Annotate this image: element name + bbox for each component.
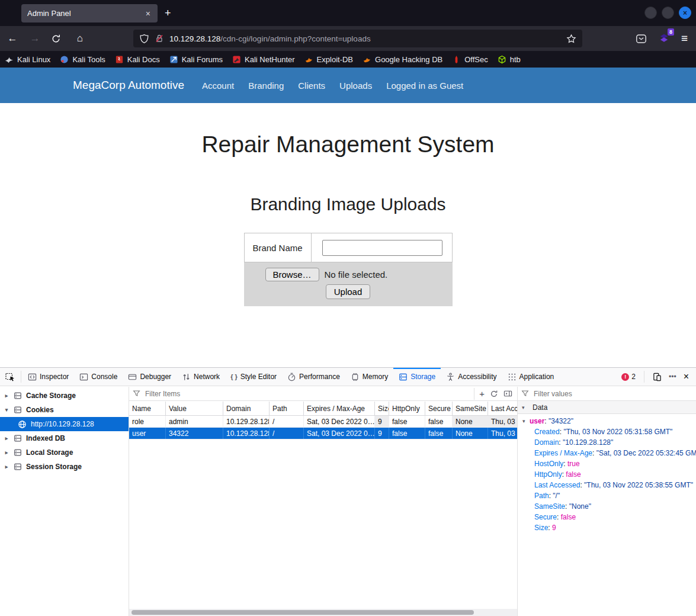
page-title: Repair Management System	[0, 131, 696, 158]
sidebar-item-local-storage[interactable]: ▸ Local Storage	[0, 445, 129, 460]
devtools-tab-storage[interactable]: Storage	[393, 368, 441, 386]
devtools-tab-network[interactable]: Network	[177, 368, 225, 386]
bookmark-kali-docs[interactable]: Kali Docs	[115, 55, 160, 64]
google-hacking-db-icon	[363, 55, 371, 64]
tree-prop-expires[interactable]: Expires / Max-Age: "Sat, 03 Dec 2022 05:…	[518, 448, 696, 458]
tree-prop-httponly[interactable]: HttpOnly: false	[518, 469, 696, 480]
sidebar-item-cookie-host[interactable]: http://10.129.28.128	[0, 417, 129, 431]
column-header-size[interactable]: Size	[375, 402, 389, 415]
nav-link-clients[interactable]: Clients	[298, 81, 325, 91]
cookie-filter-input[interactable]	[144, 389, 469, 399]
error-badge[interactable]: ! 2	[621, 373, 636, 381]
devtools-tab-performance[interactable]: Performance	[282, 368, 345, 386]
bookmark-kali-tools[interactable]: Kali Tools	[60, 55, 105, 64]
pocket-icon[interactable]	[636, 33, 647, 44]
tree-prop-size[interactable]: Size: 9	[518, 522, 696, 533]
tree-prop-hostonly[interactable]: HostOnly: true	[518, 458, 696, 469]
bookmark-star-icon[interactable]	[566, 34, 576, 44]
browser-tab[interactable]: Admin Panel ×	[21, 4, 158, 23]
new-tab-button[interactable]: +	[165, 5, 171, 21]
tree-prop-created[interactable]: Created: "Thu, 03 Nov 2022 05:31:58 GMT"	[518, 426, 696, 437]
exploit-db-icon	[304, 55, 313, 64]
url-bar[interactable]: 10.129.28.128/cdn-cgi/login/admin.php?co…	[133, 30, 582, 47]
nav-link-account[interactable]: Account	[202, 81, 234, 91]
window-close-button[interactable]: ×	[679, 7, 691, 19]
chevron-down-icon[interactable]: ▾	[522, 418, 530, 424]
scrollbar-thumb[interactable]	[131, 610, 474, 615]
bookmark-kali-nethunter[interactable]: Kali NetHunter	[232, 55, 295, 64]
devtools-tab-console[interactable]: Console	[74, 368, 123, 386]
bookmark-kali-forums[interactable]: Kali Forums	[169, 55, 223, 64]
devtools-tab-style-editor[interactable]: { } Style Editor	[225, 368, 282, 386]
sidebar-item-session-storage[interactable]: ▸ Session Storage	[0, 460, 129, 474]
column-header-expires[interactable]: Expires / Max-Age	[304, 402, 375, 415]
kali-docs-icon	[115, 55, 124, 64]
sidebar-item-cache-storage[interactable]: ▸ Cache Storage	[0, 389, 129, 403]
devtools-close-icon[interactable]: ×	[684, 371, 689, 382]
devtools-menu-icon[interactable]: •••	[669, 373, 676, 381]
storage-type-icon	[14, 448, 22, 457]
tab-close-icon[interactable]: ×	[145, 9, 152, 18]
chevron-right-icon[interactable]: ▸	[4, 450, 9, 455]
bookmark-htb[interactable]: htb	[498, 55, 521, 64]
nav-link-logged-in[interactable]: Logged in as Guest	[386, 81, 463, 91]
shield-icon[interactable]	[139, 34, 149, 44]
upload-button[interactable]: Upload	[326, 284, 371, 299]
column-header-httponly[interactable]: HttpOnly	[389, 402, 425, 415]
brand-name-input[interactable]	[322, 240, 442, 256]
insecure-lock-icon[interactable]	[155, 34, 164, 43]
column-header-path[interactable]: Path	[270, 402, 304, 415]
forward-icon[interactable]: →	[28, 33, 41, 44]
horizontal-scrollbar[interactable]	[129, 609, 518, 616]
cookie-filter-bar: +	[129, 387, 517, 401]
column-header-domain[interactable]: Domain	[223, 402, 270, 415]
refresh-items-button[interactable]	[490, 390, 498, 398]
back-icon[interactable]: ←	[6, 33, 19, 44]
tree-prop-domain[interactable]: Domain: "10.129.28.128"	[518, 437, 696, 448]
bookmark-google-hacking-db[interactable]: Google Hacking DB	[363, 55, 442, 64]
devtools-tab-memory[interactable]: Memory	[345, 368, 393, 386]
cookie-row-role[interactable]: role admin 10.129.28.128 / Sat, 03 Dec 2…	[129, 416, 518, 428]
browse-button[interactable]: Browse…	[265, 268, 319, 281]
chevron-right-icon[interactable]: ▸	[4, 393, 9, 399]
hamburger-menu-icon[interactable]: ≡	[681, 32, 688, 45]
bookmark-kali-linux[interactable]: Kali Linux	[5, 55, 50, 64]
add-item-button[interactable]: +	[479, 389, 485, 398]
column-header-samesite[interactable]: SameSite	[453, 402, 488, 415]
nav-link-uploads[interactable]: Uploads	[339, 81, 372, 91]
tree-root-user[interactable]: ▾ user: "34322"	[518, 416, 696, 426]
toggle-sidebar-button[interactable]	[503, 389, 512, 398]
sidebar-item-indexed-db[interactable]: ▸ Indexed DB	[0, 431, 129, 445]
tree-prop-last-accessed[interactable]: Last Accessed: "Thu, 03 Nov 2022 05:38:5…	[518, 480, 696, 490]
bookmark-offsec[interactable]: OffSec	[452, 55, 488, 64]
devtools-tab-debugger[interactable]: Debugger	[123, 368, 177, 386]
bookmark-exploit-db[interactable]: Exploit-DB	[304, 55, 353, 64]
pick-element-icon[interactable]	[0, 372, 20, 381]
home-icon[interactable]: ⌂	[73, 33, 86, 44]
cookie-row-user[interactable]: user 34322 10.129.28.128 / Sat, 03 Dec 2…	[129, 428, 518, 439]
chevron-right-icon[interactable]: ▸	[4, 464, 9, 470]
devtools-tab-accessibility[interactable]: Accessibility	[441, 368, 502, 386]
tree-prop-samesite[interactable]: SameSite: "None"	[518, 501, 696, 512]
chevron-right-icon[interactable]: ▸	[4, 435, 9, 441]
sidebar-item-cookies[interactable]: ▾ Cookies	[0, 403, 129, 417]
nav-link-branding[interactable]: Branding	[248, 81, 284, 91]
url-text[interactable]: 10.129.28.128/cdn-cgi/login/admin.php?co…	[169, 34, 371, 43]
extension-icon[interactable]: 8	[658, 33, 670, 44]
devtools-tab-application[interactable]: Application	[502, 368, 560, 386]
column-header-secure[interactable]: Secure	[425, 402, 453, 415]
data-section-header[interactable]: ▾ Data	[518, 401, 696, 414]
values-filter-input[interactable]	[533, 389, 692, 399]
tree-prop-secure[interactable]: Secure: false	[518, 512, 696, 522]
tree-prop-path[interactable]: Path: "/"	[518, 490, 696, 501]
devtools-tab-inspector[interactable]: Inspector	[23, 368, 74, 386]
maximize-button[interactable]	[662, 7, 674, 19]
column-header-value[interactable]: Value	[166, 402, 223, 415]
reload-icon[interactable]	[51, 34, 64, 44]
site-brand[interactable]: MegaCorp Automotive	[73, 79, 184, 92]
minimize-button[interactable]	[644, 7, 657, 19]
column-header-last-accessed[interactable]: Last Accessed	[488, 402, 518, 415]
chevron-down-icon[interactable]: ▾	[4, 407, 9, 413]
column-header-name[interactable]: Name	[129, 402, 166, 415]
responsive-design-mode-icon[interactable]	[653, 373, 662, 381]
